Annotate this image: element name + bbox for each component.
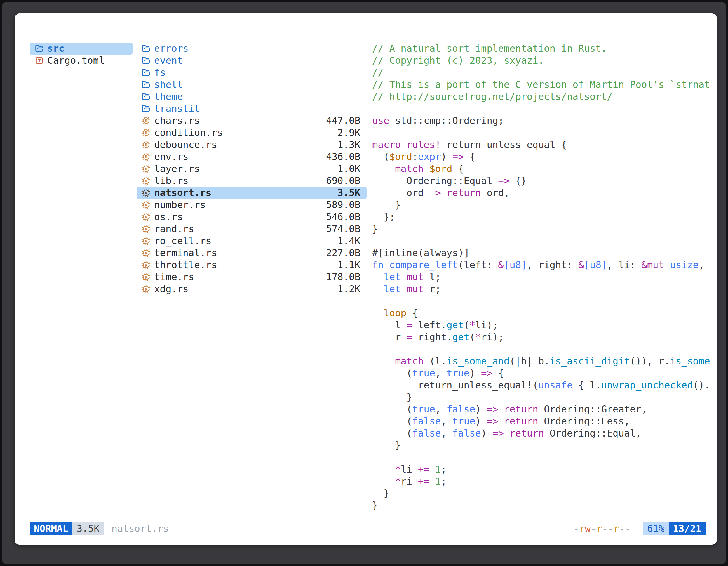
rust-file-icon: R [140, 139, 152, 151]
code-line: (false, true) => return Ordering::Less, [372, 415, 718, 427]
dir-entry[interactable]: translit [137, 103, 367, 115]
entry-size: 1.0K [337, 163, 360, 175]
dir-entry[interactable]: theme [137, 91, 367, 103]
svg-text:R: R [145, 275, 148, 280]
code-line: fn compare_left(left: &[u8], right: &[u8… [372, 259, 718, 271]
code-line: }; [372, 211, 718, 223]
file-entry[interactable]: Rnumber.rs589.0B [137, 199, 367, 211]
entry-size: 1.2K [337, 283, 360, 295]
file-entry[interactable]: Rlayer.rs1.0K [137, 163, 367, 175]
entry-name: terminal.rs [154, 247, 217, 259]
entry-name: layer.rs [154, 163, 200, 175]
file-entry[interactable]: Renv.rs436.0B [137, 151, 367, 163]
entry-size: 436.0B [326, 151, 360, 163]
entry-size: 574.0B [326, 223, 360, 235]
dir-entry[interactable]: errors [137, 43, 367, 55]
file-entry[interactable]: Rlib.rs690.0B [137, 175, 367, 187]
status-bar: NORMAL 3.5K natsort.rs -rw-r--r-- 61% 13… [30, 522, 706, 535]
entry-size: 1.4K [337, 235, 360, 247]
folder-open-icon [140, 43, 152, 54]
rust-file-icon: R [140, 248, 152, 259]
rust-file-icon: R [140, 272, 152, 283]
code-line: #[inline(always)] [372, 247, 718, 259]
code-line [372, 451, 718, 463]
svg-text:R: R [145, 155, 148, 159]
code-line: ord => return ord, [372, 187, 718, 199]
dir-entry[interactable]: fs [137, 67, 367, 79]
code-line: *ri += 1; [372, 475, 718, 487]
parent-dir-entry[interactable]: src [30, 43, 133, 55]
svg-text:R: R [145, 131, 148, 135]
file-entry[interactable]: Rxdg.rs1.2K [137, 283, 367, 295]
entry-name: theme [154, 91, 183, 103]
entry-name: throttle.rs [154, 259, 217, 271]
file-entry[interactable]: Rchars.rs447.0B [137, 115, 367, 127]
svg-text:R: R [145, 287, 148, 291]
entry-size: 227.0B [326, 247, 360, 259]
svg-text:R: R [145, 179, 148, 183]
code-line: // A natural sort implementation in Rust… [372, 43, 718, 55]
code-line: } [372, 499, 718, 511]
cursor-position-badge: 13/21 [669, 522, 706, 535]
entry-name: time.rs [154, 271, 194, 283]
code-line: l = left.get(*li); [372, 319, 718, 331]
file-entry[interactable]: Rterminal.rs227.0B [137, 247, 367, 259]
code-line: } [372, 391, 718, 403]
code-line: Ordering::Equal => {} [372, 175, 718, 187]
parent-file-entry[interactable]: TCargo.toml [30, 55, 133, 67]
folder-open-icon [140, 67, 152, 78]
dir-entry[interactable]: shell [137, 79, 367, 91]
parent-directory-pane: srcTCargo.toml [30, 43, 133, 67]
entry-name: lib.rs [154, 175, 189, 187]
code-line: } [372, 487, 718, 499]
entry-size: 2.9K [337, 127, 360, 139]
file-entry[interactable]: Rthrottle.rs1.1K [137, 259, 367, 271]
code-line [372, 103, 718, 115]
svg-text:R: R [145, 143, 148, 147]
rust-file-icon: R [140, 212, 152, 223]
file-entry[interactable]: Rrand.rs574.0B [137, 223, 367, 235]
dir-entry[interactable]: event [137, 55, 367, 67]
entry-size: 3.5K [337, 187, 360, 199]
code-line: } [372, 439, 718, 451]
entry-name: os.rs [154, 211, 183, 223]
file-entry[interactable]: Ros.rs546.0B [137, 211, 367, 223]
file-entry[interactable]: Rtime.rs178.0B [137, 271, 367, 283]
file-entry[interactable]: Rdebounce.rs1.3K [137, 139, 367, 151]
code-line: // [372, 67, 718, 79]
code-line: match (l.is_some_and(|b| b.is_ascii_digi… [372, 355, 718, 367]
code-line: return_unless_equal!(unsafe { l.unwrap_u… [372, 379, 718, 391]
folder-open-icon [140, 103, 152, 114]
desktop-background: srcTCargo.toml errorseventfsshellthemetr… [2, 2, 726, 564]
code-line [372, 343, 718, 355]
folder-open-icon [140, 91, 152, 102]
rust-file-icon: R [140, 163, 152, 175]
entry-size: 1.3K [337, 139, 360, 151]
file-entry[interactable]: Rnatsort.rs3.5K [137, 187, 367, 199]
folder-open-icon [34, 43, 45, 54]
entry-name: xdg.rs [154, 283, 189, 295]
file-entry[interactable]: Rro_cell.rs1.4K [137, 235, 367, 247]
entry-name: translit [154, 103, 200, 115]
svg-text:T: T [38, 58, 41, 63]
toml-file-icon: T [34, 55, 45, 66]
code-line: r = right.get(*ri); [372, 331, 718, 343]
svg-text:R: R [145, 119, 148, 123]
entry-name: shell [154, 79, 183, 91]
rust-file-icon: R [140, 175, 152, 187]
file-manager-window: srcTCargo.toml errorseventfsshellthemetr… [15, 13, 717, 545]
entry-name: fs [154, 67, 166, 79]
entry-name: number.rs [154, 199, 206, 211]
code-line [372, 235, 718, 247]
scroll-percent-badge: 61% [643, 522, 668, 535]
code-line: } [372, 223, 718, 235]
file-entry[interactable]: Rcondition.rs2.9K [137, 127, 367, 139]
folder-open-icon [140, 79, 152, 90]
permissions-text: -rw-r--r-- [573, 523, 631, 534]
svg-text:R: R [145, 167, 148, 171]
entry-size: 546.0B [326, 211, 360, 223]
svg-text:R: R [145, 203, 148, 207]
file-preview-pane: // A natural sort implementation in Rust… [372, 43, 718, 518]
entry-name: condition.rs [154, 127, 223, 139]
code-line: use std::cmp::Ordering; [372, 115, 718, 127]
